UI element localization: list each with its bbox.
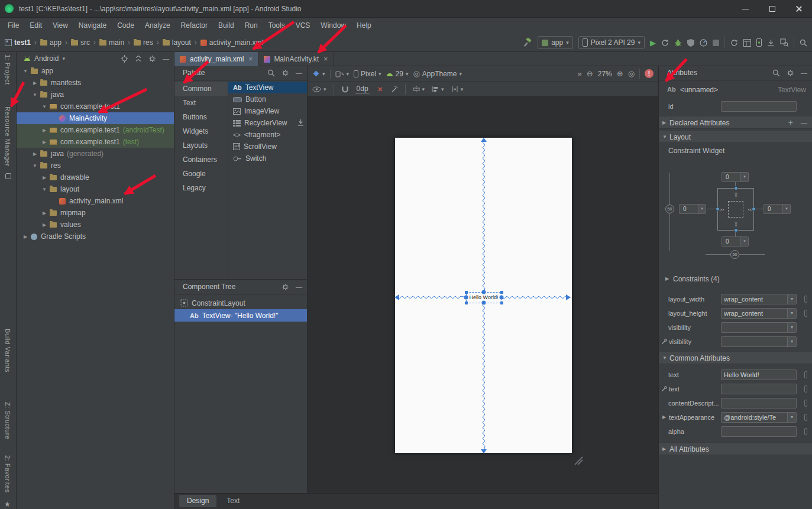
gear-icon[interactable] bbox=[282, 283, 289, 291]
layout-inspector-icon[interactable] bbox=[780, 38, 788, 47]
resource-flag-icon[interactable] bbox=[804, 428, 807, 435]
sidebar-item-resource-manager[interactable]: Resource Manager bbox=[4, 106, 11, 167]
section-common-attributes[interactable]: ▼ Common Attributes bbox=[659, 351, 812, 364]
run-configuration-selector[interactable]: app ▾ bbox=[538, 36, 573, 49]
margin-left-selector[interactable]: 0▾ bbox=[679, 204, 706, 214]
tab-activity-main-xml[interactable]: activity_main.xml × bbox=[174, 52, 258, 66]
chevron-icon[interactable]: ▼ bbox=[21, 69, 30, 74]
orientation-selector[interactable]: ▾ bbox=[335, 70, 350, 77]
debug-icon[interactable] bbox=[674, 39, 682, 47]
anchor-left[interactable] bbox=[716, 207, 720, 211]
chevron-icon[interactable]: ▶ bbox=[40, 210, 48, 216]
hide-panel-icon[interactable]: — bbox=[296, 280, 302, 294]
palette-item-scrollview[interactable]: ScrollView bbox=[228, 141, 308, 153]
resource-flag-icon[interactable] bbox=[804, 400, 807, 407]
tree-row-java-generated[interactable]: ▶java(generated) bbox=[17, 148, 174, 160]
chevron-down-icon[interactable]: ▾ bbox=[787, 337, 796, 346]
menu-view[interactable]: View bbox=[47, 18, 73, 34]
chevron-icon[interactable]: ▼ bbox=[662, 131, 667, 144]
tools-text-input[interactable] bbox=[721, 384, 797, 394]
guidelines-menu[interactable]: ▾ bbox=[413, 86, 425, 93]
palette-category-widgets[interactable]: Widgets bbox=[174, 124, 228, 138]
menu-navigate[interactable]: Navigate bbox=[73, 18, 112, 34]
section-all-attributes[interactable]: ▶ All Attributes bbox=[659, 442, 812, 455]
resource-flag-icon[interactable] bbox=[804, 414, 807, 421]
layout-height-dropdown[interactable]: wrap_content ▾ bbox=[721, 308, 797, 319]
palette-item-recyclerview[interactable]: RecyclerView bbox=[228, 117, 308, 129]
palette-category-common[interactable]: Common bbox=[174, 82, 228, 96]
tree-row-drawable[interactable]: ▶drawable bbox=[17, 171, 174, 183]
align-menu[interactable]: ▾ bbox=[432, 86, 444, 93]
text-appearance-dropdown[interactable]: @android:style/Te ▾ bbox=[721, 412, 797, 423]
tree-row-app[interactable]: ▼app bbox=[17, 65, 174, 77]
tree-row-manifests[interactable]: ▶manifests bbox=[17, 77, 174, 89]
maximize-button[interactable] bbox=[759, 0, 785, 18]
tree-row-mipmap[interactable]: ▶mipmap bbox=[17, 207, 174, 219]
chevron-icon[interactable]: ▼ bbox=[31, 92, 39, 98]
device-menu[interactable]: Pixel ▾ bbox=[354, 70, 381, 78]
zoom-to-fit-icon[interactable]: ◎ bbox=[628, 69, 635, 78]
tools-visibility-dropdown[interactable]: ▾ bbox=[721, 336, 797, 347]
menu-help[interactable]: Help bbox=[351, 18, 377, 34]
chevron-icon[interactable]: ▶ bbox=[31, 80, 39, 86]
palette-category-buttons[interactable]: Buttons bbox=[174, 110, 228, 124]
constraint-widget-square[interactable]: >> << >> >> bbox=[717, 188, 754, 231]
margin-top-selector[interactable]: 0▾ bbox=[722, 172, 749, 182]
zoom-out-icon[interactable]: ⊖ bbox=[587, 69, 593, 78]
content-description-input[interactable] bbox=[721, 398, 797, 409]
build-hammer-icon[interactable] bbox=[523, 38, 532, 47]
hide-panel-icon[interactable]: — bbox=[801, 66, 807, 80]
close-icon[interactable]: × bbox=[323, 55, 328, 63]
remove-attribute-icon[interactable]: — bbox=[801, 116, 807, 129]
tree-row-res[interactable]: ▼res bbox=[17, 160, 174, 171]
breadcrumb-main[interactable]: main bbox=[99, 38, 124, 47]
palette-category-text[interactable]: Text bbox=[174, 96, 228, 110]
tree-row-activity-main-xml[interactable]: activity_main.xml bbox=[17, 195, 174, 207]
hello-world-text[interactable]: Hello World! bbox=[466, 292, 502, 303]
infer-constraints-icon[interactable] bbox=[391, 86, 398, 93]
chevron-down-icon[interactable]: ▾ bbox=[787, 413, 796, 422]
breadcrumb-file[interactable]: activity_main.xml bbox=[200, 38, 263, 47]
palette-item-imageview[interactable]: ImageView bbox=[228, 105, 308, 117]
margin-right-selector[interactable]: 0▾ bbox=[764, 204, 791, 214]
menu-build[interactable]: Build bbox=[213, 18, 240, 34]
menu-run[interactable]: Run bbox=[240, 18, 263, 34]
section-declared-attributes[interactable]: ▶ Declared Attributes + — bbox=[659, 116, 812, 129]
vertical-bias-badge[interactable]: 50 bbox=[665, 205, 674, 213]
sidebar-item-structure[interactable]: Z: Structure bbox=[4, 402, 11, 439]
sidebar-item-project[interactable]: 1: Project bbox=[4, 54, 11, 85]
resource-flag-icon[interactable] bbox=[804, 371, 807, 378]
zoom-in-icon[interactable]: ⊕ bbox=[617, 69, 623, 78]
component-row-textview[interactable]: Ab TextView- "Hello World!" bbox=[174, 309, 307, 322]
tree-row-package-androidtest[interactable]: ▶com.example.test1(androidTest) bbox=[17, 124, 174, 136]
component-row-constraintlayout[interactable]: ConstraintLayout bbox=[174, 297, 307, 309]
design-surface-selector[interactable]: ▾ bbox=[312, 70, 325, 77]
resource-flag-icon[interactable] bbox=[804, 310, 807, 317]
horizontal-bias-badge[interactable]: 50 bbox=[730, 250, 739, 259]
menu-analyze[interactable]: Analyze bbox=[140, 18, 176, 34]
anchor-top[interactable] bbox=[734, 186, 738, 190]
tree-row-values[interactable]: ▶values bbox=[17, 219, 174, 231]
tree-row-mainactivity[interactable]: MainActivity bbox=[17, 112, 174, 124]
breadcrumb-layout[interactable]: layout bbox=[163, 38, 191, 47]
clear-constraints-icon[interactable] bbox=[377, 86, 384, 93]
pack-menu[interactable]: ▾ bbox=[451, 86, 464, 93]
resource-flag-icon[interactable] bbox=[804, 385, 807, 393]
chevron-icon[interactable]: ▶ bbox=[40, 222, 48, 228]
gear-icon[interactable] bbox=[148, 55, 156, 63]
stop-button[interactable] bbox=[713, 40, 719, 46]
menu-tools[interactable]: Tools bbox=[263, 18, 290, 34]
hide-panel-icon[interactable]: — bbox=[163, 53, 169, 65]
gear-icon[interactable] bbox=[282, 69, 289, 77]
close-icon[interactable]: × bbox=[248, 55, 253, 63]
palette-item-textview[interactable]: Ab TextView bbox=[228, 82, 308, 93]
hide-panel-icon[interactable]: — bbox=[296, 66, 302, 80]
locate-file-icon[interactable] bbox=[121, 55, 128, 63]
menu-refactor[interactable]: Refactor bbox=[176, 18, 213, 34]
bookmark-icon[interactable] bbox=[5, 173, 11, 179]
api-level-menu[interactable]: 29 ▾ bbox=[386, 70, 409, 78]
section-layout[interactable]: ▼ Layout bbox=[659, 130, 812, 143]
chevron-icon[interactable]: ▼ bbox=[40, 187, 48, 192]
theme-menu[interactable]: ◎ AppTheme ▾ bbox=[413, 69, 462, 78]
search-icon[interactable] bbox=[772, 69, 780, 77]
